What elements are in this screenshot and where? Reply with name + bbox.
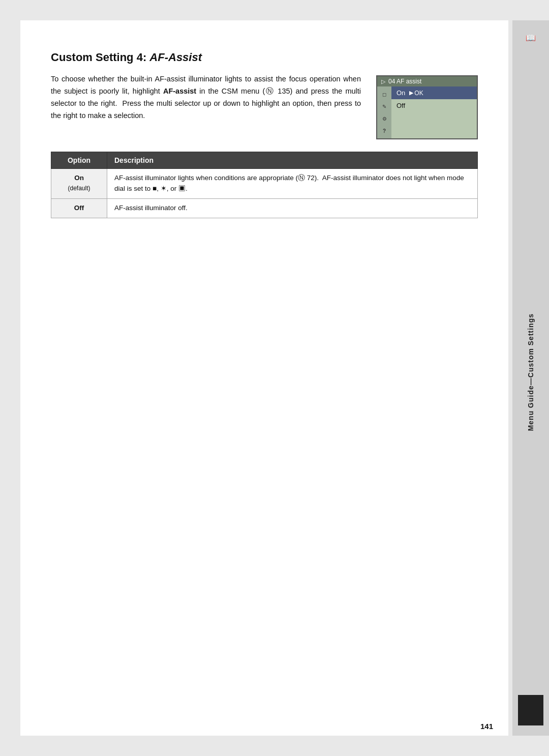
lcd-icon-question: ? — [383, 125, 386, 136]
option-on-label: On — [74, 174, 84, 182]
title-prefix: Custom Setting 4: — [51, 51, 149, 64]
table-header-row: Option Description — [51, 152, 478, 169]
lcd-screen-container: ▷ 04 AF assist ◻ ✎ ⚙ ? — [376, 75, 478, 139]
option-on-default: (default) — [58, 184, 100, 193]
sidebar-text-container: Menu Guide—Custom Settings — [527, 50, 535, 695]
sidebar-icons: 📖 — [524, 31, 538, 45]
lcd-icon-wrench: ⚙ — [382, 113, 387, 124]
lcd-left-icons: ◻ ✎ ⚙ ? — [377, 86, 391, 138]
option-off-cell: Off — [51, 198, 107, 218]
lcd-icon-camera: ◻ — [382, 89, 386, 100]
lcd-option-off: Off — [391, 99, 477, 112]
desc-on-cell: AF-assist illuminator lights when condit… — [107, 169, 478, 199]
col-option-header: Option — [51, 152, 107, 169]
sidebar-tab: 📖 Menu Guide—Custom Settings — [512, 20, 549, 736]
lcd-icon-pencil: ✎ — [382, 101, 386, 112]
lcd-options: On ▶OK Off — [391, 86, 477, 138]
page-title: Custom Setting 4: AF-Assist — [51, 51, 478, 64]
main-content: Custom Setting 4: AF-Assist To choose wh… — [51, 51, 478, 218]
lcd-ok-btn: ▶OK — [409, 90, 423, 97]
page-number: 141 — [480, 722, 493, 731]
option-off-label: Off — [74, 204, 84, 212]
lcd-header-text: 04 AF assist — [388, 78, 421, 85]
sidebar-icon-bookmark: 📖 — [524, 31, 538, 45]
lcd-option-on: On ▶OK — [391, 86, 477, 99]
sidebar-black-marker — [518, 695, 543, 725]
ok-arrow-icon: ▶ — [409, 90, 413, 96]
desc-off-cell: AF-assist illuminator off. — [107, 198, 478, 218]
lcd-body: ◻ ✎ ⚙ ? On ▶OK — [377, 86, 477, 138]
col-description-header: Description — [107, 152, 478, 169]
lcd-header: ▷ 04 AF assist — [377, 76, 477, 86]
lcd-off-label: Off — [396, 102, 405, 109]
page-content: Custom Setting 4: AF-Assist To choose wh… — [20, 20, 508, 736]
ok-text: OK — [414, 90, 423, 97]
option-on-cell: On (default) — [51, 169, 107, 199]
intro-section: To choose whether the built-in AF-assist… — [51, 73, 478, 139]
lcd-header-icon: ▷ — [381, 78, 385, 85]
options-table: Option Description On (default) AF-assis… — [51, 152, 478, 218]
lcd-on-label: On — [396, 89, 405, 97]
lcd-screen: ▷ 04 AF assist ◻ ✎ ⚙ ? — [376, 75, 478, 139]
table-row: On (default) AF-assist illuminator light… — [51, 169, 478, 199]
intro-text: To choose whether the built-in AF-assist… — [51, 73, 361, 139]
title-italic: AF-Assist — [149, 51, 202, 64]
sidebar-label: Menu Guide—Custom Settings — [527, 313, 535, 431]
table-row: Off AF-assist illuminator off. — [51, 198, 478, 218]
